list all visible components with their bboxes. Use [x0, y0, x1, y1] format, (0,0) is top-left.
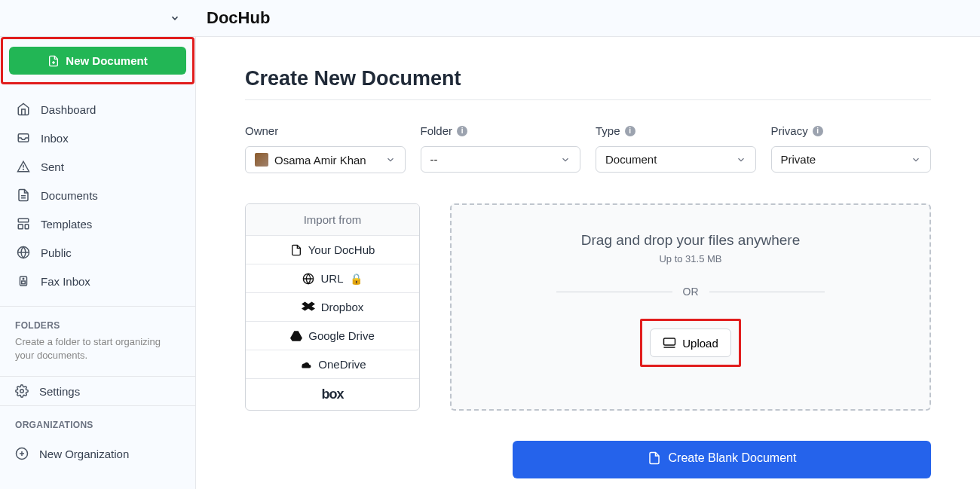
- owner-value: Osama Amir Khan: [274, 154, 366, 167]
- file-icon: [648, 451, 661, 465]
- import-panel: Import from Your DocHub URL 🔒 Dropbox Go…: [245, 203, 420, 411]
- dropbox-icon: [302, 301, 315, 313]
- settings-section: Settings: [0, 376, 195, 405]
- dropzone-title: Drag and drop your files anywhere: [581, 232, 800, 249]
- highlight-upload: Upload: [640, 319, 741, 367]
- import-item-onedrive[interactable]: OneDrive: [246, 350, 419, 378]
- page-title: Create New Document: [245, 67, 931, 90]
- or-text: OR: [683, 286, 699, 298]
- folders-heading: FOLDERS: [15, 320, 180, 331]
- import-item-label: Google Drive: [308, 329, 375, 342]
- import-item-google-drive[interactable]: Google Drive: [246, 321, 419, 350]
- new-document-label: New Document: [66, 54, 147, 67]
- type-select[interactable]: Document: [596, 146, 756, 173]
- sidebar-item-documents[interactable]: Documents: [0, 181, 195, 209]
- svg-rect-21: [664, 338, 675, 345]
- header: DocHub: [0, 0, 980, 37]
- dropzone[interactable]: Drag and drop your files anywhere Up to …: [450, 203, 931, 411]
- sidebar-item-dashboard[interactable]: Dashboard: [0, 95, 195, 124]
- info-icon: i: [625, 126, 635, 136]
- organizations-section: ORGANIZATIONS New Organization: [0, 405, 195, 481]
- sidebar-item-label: Sent: [41, 160, 64, 173]
- folder-value: --: [430, 153, 438, 166]
- sidebar-item-label: Dashboard: [41, 103, 96, 116]
- sidebar-item-public[interactable]: Public: [0, 238, 195, 267]
- sidebar: New Document Dashboard Inbox Sent Docume…: [0, 37, 196, 489]
- upload-label: Upload: [682, 337, 718, 350]
- folders-description: Create a folder to start organizing your…: [15, 335, 180, 362]
- sidebar-item-settings[interactable]: Settings: [15, 377, 180, 405]
- header-dropdown-toggle[interactable]: [170, 13, 180, 23]
- svg-rect-8: [18, 225, 23, 229]
- computer-icon: [663, 336, 676, 350]
- sidebar-item-templates[interactable]: Templates: [0, 209, 195, 238]
- dochub-icon: [290, 244, 302, 256]
- svg-point-4: [23, 169, 24, 170]
- field-owner: Owner Osama Amir Khan: [245, 124, 406, 173]
- globe-icon: [17, 246, 30, 259]
- svg-rect-9: [25, 225, 29, 229]
- import-item-label: Dropbox: [321, 301, 364, 313]
- inbox-icon: [17, 131, 30, 145]
- box-icon: box: [321, 387, 343, 402]
- field-folder: Folderi --: [421, 124, 581, 173]
- field-privacy: Privacyi Private: [771, 124, 932, 173]
- folders-section: FOLDERS Create a folder to start organiz…: [0, 306, 195, 376]
- privacy-value: Private: [781, 153, 816, 166]
- upload-button[interactable]: Upload: [650, 329, 731, 357]
- lock-icon: 🔒: [350, 273, 363, 285]
- dropzone-subtitle: Up to 31.5 MB: [659, 253, 721, 264]
- plus-circle-icon: [15, 447, 29, 460]
- templates-icon: [17, 217, 30, 231]
- new-organization-button[interactable]: New Organization: [15, 439, 180, 468]
- chevron-down-icon: [736, 154, 746, 165]
- chevron-down-icon: [385, 154, 396, 165]
- info-icon: i: [457, 126, 467, 136]
- svg-rect-14: [22, 281, 26, 284]
- logo: DocHub: [207, 8, 270, 28]
- import-item-box[interactable]: box: [246, 378, 419, 410]
- main-content: Create New Document Owner Osama Amir Kha…: [196, 37, 980, 489]
- gear-icon: [15, 384, 29, 398]
- import-item-url[interactable]: URL 🔒: [246, 264, 419, 292]
- type-label: Type: [596, 124, 620, 137]
- privacy-label: Privacy: [771, 124, 808, 137]
- import-item-dropbox[interactable]: Dropbox: [246, 292, 419, 321]
- sidebar-item-inbox[interactable]: Inbox: [0, 124, 195, 152]
- type-value: Document: [605, 153, 657, 166]
- field-type: Typei Document: [596, 124, 756, 173]
- import-item-label: Your DocHub: [308, 243, 375, 256]
- create-blank-document-button[interactable]: Create Blank Document: [513, 441, 931, 478]
- folder-select[interactable]: --: [421, 146, 581, 173]
- sidebar-item-label: Documents: [41, 189, 98, 202]
- sidebar-item-label: Templates: [41, 218, 92, 231]
- sidebar-item-fax-inbox[interactable]: Fax Inbox: [0, 267, 195, 295]
- chevron-down-icon: [911, 154, 921, 165]
- import-item-label: OneDrive: [318, 358, 366, 371]
- fax-icon: [17, 274, 30, 288]
- organizations-heading: ORGANIZATIONS: [15, 420, 180, 430]
- import-item-dochub[interactable]: Your DocHub: [246, 235, 419, 264]
- svg-point-13: [23, 278, 24, 280]
- home-icon: [17, 102, 30, 116]
- svg-point-15: [20, 390, 24, 393]
- create-blank-label: Create Blank Document: [669, 451, 797, 465]
- privacy-select[interactable]: Private: [771, 146, 932, 173]
- new-organization-label: New Organization: [39, 448, 129, 460]
- info-icon: i: [813, 126, 823, 136]
- onedrive-icon: [299, 359, 312, 370]
- sidebar-item-sent[interactable]: Sent: [0, 152, 195, 181]
- owner-label: Owner: [245, 124, 278, 137]
- chevron-down-icon: [560, 154, 571, 165]
- sidebar-item-label: Public: [41, 246, 72, 259]
- divider: [245, 99, 931, 100]
- or-divider: OR: [556, 286, 825, 298]
- new-document-button[interactable]: New Document: [9, 47, 186, 75]
- owner-select[interactable]: Osama Amir Khan: [245, 146, 406, 173]
- globe-icon: [302, 273, 314, 285]
- import-heading: Import from: [246, 204, 419, 235]
- highlight-new-document: New Document: [1, 37, 194, 84]
- sent-icon: [17, 160, 30, 173]
- folder-label: Folder: [421, 124, 453, 137]
- file-plus-icon: [47, 55, 60, 67]
